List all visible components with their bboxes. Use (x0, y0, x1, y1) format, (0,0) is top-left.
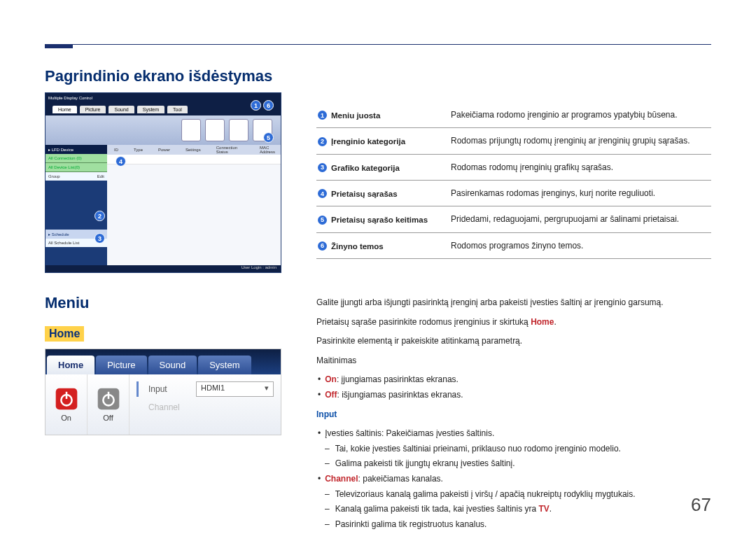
input-dropdown[interactable]: HDMI1 (196, 381, 274, 397)
row-desc: Pasirenkamas rodomas įrenginys, kurį nor… (449, 180, 711, 206)
channel-keyword: Channel (325, 474, 358, 484)
ss2-tab-system[interactable]: System (198, 356, 251, 374)
tool-icon[interactable] (205, 119, 225, 141)
table-row: 1Meniu juostaPakeičiama rodomo įrenginio… (316, 102, 711, 128)
desc-p3: Pasirinkite elementą ir pakeiskite atiti… (316, 334, 711, 349)
app-screenshot: Multiple Display Control Home Picture So… (45, 92, 281, 273)
tool-icon[interactable] (181, 119, 201, 141)
row-desc: Pridedami, redaguojami, pergrupuojami ar… (449, 206, 711, 232)
ss2-tab-picture[interactable]: Picture (96, 356, 146, 374)
list-item: Channel: pakeičiamas kanalas. (326, 472, 711, 487)
right-column: 1Meniu juostaPakeičiama rodomo įrenginio… (316, 102, 711, 534)
ss1-sidebar: ▸ LFD Device All Connection (0) All Devi… (46, 145, 107, 265)
ss1-tab-system[interactable]: System (137, 106, 164, 113)
ss1-side-row-conn[interactable]: All Connection (0) (46, 154, 107, 163)
list-item: Galima pakeisti tik įjungtų ekranų įvest… (336, 456, 711, 472)
ss1-side-row-all[interactable]: All Device List(0) (46, 163, 107, 172)
badge-icon: 5 (318, 216, 327, 225)
row-label: Meniu juosta (331, 111, 380, 120)
input-panel: Input HDMI1 Channel (130, 374, 281, 435)
row-label: Įrenginio kategorija (331, 137, 405, 146)
list-item: Tai, kokie įvesties šaltiniai prieinami,… (336, 442, 711, 457)
ss2-tab-sound[interactable]: Sound (148, 356, 197, 374)
off-button[interactable]: Off (88, 374, 130, 435)
callout-5: 5 (263, 132, 274, 143)
input-label: Input (148, 384, 190, 394)
row-label: Prietaisų sąrašo keitimas (331, 216, 428, 224)
table-row: 2Įrenginio kategorijaRodomas prijungtų r… (316, 128, 711, 154)
ss2-tabs: Home Picture Sound System (46, 349, 281, 374)
desc-p4: Maitinimas (316, 353, 711, 369)
list-item: Pasirinkti galima tik registruotus kanal… (336, 517, 711, 533)
ss1-main: IDTypePowerSettingsConnection StatusMAC … (107, 145, 281, 265)
channel-label: Channel (148, 402, 190, 412)
row-desc: Rodomos programos žinyno temos. (449, 232, 711, 258)
row-desc: Rodomas rodomų įrenginių grafikų sąrašas… (449, 154, 711, 180)
row-desc: Rodomas prijungtų rodomų įrenginių ar įr… (449, 128, 711, 154)
ss1-tab-tool[interactable]: Tool (167, 106, 188, 113)
ss1-title: Multiple Display Control (46, 93, 281, 103)
off-keyword: Off (325, 390, 337, 400)
ss1-row[interactable] (107, 155, 281, 164)
table-row: 6Žinyno temosRodomos programos žinyno te… (316, 232, 711, 258)
input-heading: Input (316, 407, 711, 423)
description: Galite įjungti arba išjungti pasirinktą … (316, 295, 711, 534)
ss1-tabs: Home Picture Sound System Tool (46, 103, 281, 115)
row-desc: Pakeičiama rodomo įrenginio ar programos… (449, 102, 711, 128)
callout-1: 1 (251, 100, 261, 111)
heading-home: Home (45, 326, 84, 342)
list-item: Kanalą galima pakeisti tik tada, kai įve… (336, 502, 711, 517)
power-off-icon (97, 387, 120, 411)
ss1-side-hdr[interactable]: ▸ LFD Device (46, 145, 107, 154)
badge-icon: 6 (318, 241, 327, 251)
tv-keyword: TV (539, 504, 550, 514)
ss1-tab-sound[interactable]: Sound (108, 106, 134, 113)
list-item: Televizoriaus kanalą galima pakeisti į v… (336, 487, 711, 503)
left-column: Pagrindinio ekrano išdėstymas Multiple D… (45, 67, 281, 435)
ss1-side-row-group[interactable]: GroupEdit (46, 172, 107, 181)
on-keyword: On (325, 374, 337, 384)
power-on-icon (55, 387, 78, 411)
row-label: Prietaisų sąrašas (331, 190, 398, 198)
home-screenshot: Home Picture Sound System On Off Input H… (45, 349, 281, 435)
table-row: 3Grafiko kategorijaRodomas rodomų įrengi… (316, 154, 711, 180)
on-label: On (61, 414, 71, 422)
list-item: On: įjungiamas pasirinktas ekranas. (326, 372, 711, 388)
table-row: 5Prietaisų sąrašo keitimasPridedami, red… (316, 206, 711, 232)
badge-icon: 1 (318, 111, 327, 120)
list-item: Off: išjungiamas pasirinktas ekranas. (326, 388, 711, 403)
desc-p2: Prietaisų sąraše pasirinkite rodomus įre… (316, 315, 711, 330)
tool-icon[interactable] (229, 119, 248, 141)
ss1-tab-home[interactable]: Home (52, 106, 77, 113)
ss1-footer: User Login : admin (46, 265, 281, 272)
list-item: Įvesties šaltinis: Pakeičiamas įvesties … (326, 426, 711, 442)
table-row: 4Prietaisų sąrašasPasirenkamas rodomas į… (316, 180, 711, 206)
accent-bar (136, 381, 139, 397)
on-button[interactable]: On (46, 374, 88, 435)
callout-6: 6 (263, 100, 274, 111)
page-number: 67 (691, 494, 711, 516)
header-rule (45, 44, 711, 45)
row-label: Žinyno temos (331, 241, 384, 250)
ss1-tab-picture[interactable]: Picture (80, 106, 106, 113)
heading-meniu: Meniu (45, 294, 281, 312)
badge-icon: 2 (318, 137, 327, 146)
callout-table: 1Meniu juostaPakeičiama rodomo įrenginio… (316, 102, 711, 259)
ss1-toolbar (46, 115, 281, 145)
desc-p1: Galite įjungti arba išjungti pasirinktą … (316, 295, 711, 311)
callout-3: 3 (94, 233, 105, 244)
badge-icon: 3 (318, 163, 327, 172)
ss1-cols: IDTypePowerSettingsConnection StatusMAC … (107, 145, 281, 155)
row-label: Grafiko kategorija (331, 163, 400, 171)
ss2-tab-home[interactable]: Home (47, 356, 94, 374)
callout-2: 2 (94, 211, 105, 221)
callout-4: 4 (115, 156, 126, 167)
heading-layout: Pagrindinio ekrano išdėstymas (45, 67, 281, 85)
badge-icon: 4 (318, 189, 327, 198)
off-label: Off (103, 414, 113, 422)
home-keyword: Home (531, 317, 554, 327)
